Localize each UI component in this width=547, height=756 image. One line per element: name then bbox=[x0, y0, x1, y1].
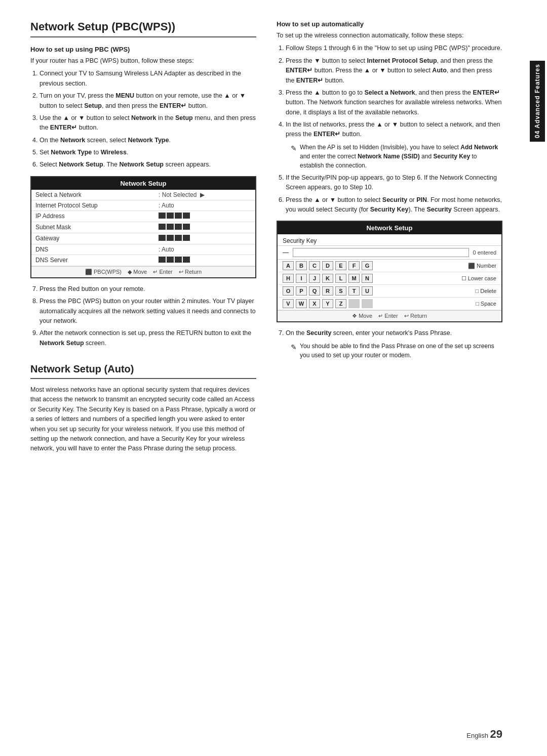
subsec1-intro: If your router has a PBC (WPS) button, f… bbox=[30, 56, 256, 66]
row-value bbox=[154, 233, 255, 244]
row-label: Subnet Mask bbox=[31, 222, 154, 233]
step-9: After the network connection is set up, … bbox=[40, 328, 256, 348]
security-dash: — bbox=[283, 249, 289, 256]
auto-steps-list: Follow Steps 1 through 6 in the "How to … bbox=[277, 44, 502, 215]
row-label: Internet Protocol Setup bbox=[31, 200, 154, 211]
key-K[interactable]: K bbox=[322, 274, 333, 283]
action-delete: □ Delete bbox=[476, 288, 496, 294]
security-box-footer: ❖ Move ↵ Enter ↩ Return bbox=[278, 310, 501, 321]
two-col-layout: Network Setup (PBC(WPS)) How to set up u… bbox=[30, 20, 502, 457]
keyboard-row-4: V W X Y Z □ Space bbox=[278, 298, 501, 310]
key-P[interactable]: P bbox=[296, 286, 307, 296]
key-I[interactable]: I bbox=[296, 274, 307, 283]
sidebar-tab-label: 04 Advanced Features bbox=[530, 61, 545, 142]
table-row: DNS : Auto bbox=[31, 244, 255, 255]
key-U[interactable]: U bbox=[362, 286, 373, 296]
key-O[interactable]: O bbox=[283, 286, 294, 296]
key-N[interactable]: N bbox=[362, 274, 373, 283]
step-3: Use the ▲ or ▼ button to select Network … bbox=[40, 113, 256, 133]
note2-icon: ✎ bbox=[291, 342, 297, 360]
auto-step-2: Press the ▼ button to select Internet Pr… bbox=[286, 56, 502, 86]
key-Y[interactable]: Y bbox=[322, 299, 333, 308]
table-row: Internet Protocol Setup : Auto bbox=[31, 200, 255, 211]
left-column: Network Setup (PBC(WPS)) How to set up u… bbox=[30, 20, 256, 457]
key-S[interactable]: S bbox=[335, 286, 346, 296]
step-6: Select Network Setup. The Network Setup … bbox=[40, 160, 256, 170]
row-value bbox=[154, 222, 255, 233]
keyboard-row-2: H I J K L M N ☐ Lower case bbox=[278, 272, 501, 285]
action-lowercase: ☐ Lower case bbox=[461, 275, 496, 282]
step-1: Connect your TV to Samsung Wireless LAN … bbox=[40, 69, 256, 89]
steps-list-cont: Press the Red button on your remote. Pre… bbox=[30, 284, 256, 348]
row-label: Gateway bbox=[31, 233, 154, 244]
key-R[interactable]: R bbox=[322, 286, 333, 296]
number-icon: ⬛ bbox=[468, 263, 475, 269]
page-number: 29 bbox=[490, 728, 502, 740]
security-input-count: 0 entered bbox=[473, 249, 496, 256]
key-W[interactable]: W bbox=[296, 299, 307, 308]
key-V[interactable]: V bbox=[283, 299, 294, 308]
steps-list: Connect your TV to Samsung Wireless LAN … bbox=[30, 69, 256, 170]
table-row: Subnet Mask bbox=[31, 222, 255, 233]
step-2: Turn on your TV, press the MENU button o… bbox=[40, 91, 256, 111]
table-row: Gateway bbox=[31, 233, 255, 244]
row-value: : Not Selected ▶ bbox=[154, 190, 255, 200]
key-M[interactable]: M bbox=[348, 274, 360, 283]
key-X[interactable]: X bbox=[309, 299, 320, 308]
note1-text: When the AP is set to Hidden (Invisible)… bbox=[300, 143, 502, 170]
key-F[interactable]: F bbox=[348, 261, 360, 270]
action-number: ⬛ Number bbox=[468, 263, 496, 269]
row-value: : Auto bbox=[154, 244, 255, 255]
main-content: Network Setup (PBC(WPS)) How to set up u… bbox=[0, 0, 528, 756]
key-B[interactable]: B bbox=[296, 261, 307, 270]
auto-subsec-title: How to set up automatically bbox=[277, 20, 502, 28]
auto-step-3: Press the ▲ button to go to Select a Net… bbox=[286, 88, 502, 117]
action-space: □ Space bbox=[476, 301, 496, 307]
key-T[interactable]: T bbox=[348, 286, 360, 296]
sidebar: 04 Advanced Features bbox=[528, 0, 547, 756]
note-icon: ✎ bbox=[291, 143, 297, 170]
step-8: Press the PBC (WPS) button on your route… bbox=[40, 297, 256, 326]
key-J[interactable]: J bbox=[309, 274, 320, 283]
keyboard-row-1: A B C D E F G ⬛ Number bbox=[278, 260, 501, 272]
security-box-title: Network Setup bbox=[278, 222, 501, 234]
security-box: Network Setup Security Key — 0 entered A… bbox=[277, 221, 502, 322]
auto-steps-cont: On the Security screen, enter your netwo… bbox=[277, 328, 502, 359]
network-box-title: Network Setup bbox=[31, 177, 255, 190]
table-row: DNS Server bbox=[31, 255, 255, 266]
auto-intro: To set up the wireless connection automa… bbox=[277, 31, 502, 40]
network-setup-box: Network Setup Select a Network : Not Sel… bbox=[30, 176, 256, 278]
key-A[interactable]: A bbox=[283, 261, 294, 270]
key-H[interactable]: H bbox=[283, 274, 294, 283]
keyboard-row-3: O P Q R S T U □ Delete bbox=[278, 285, 501, 298]
key-E[interactable]: E bbox=[335, 261, 346, 270]
lowercase-icon: ☐ bbox=[461, 275, 466, 282]
key-Q[interactable]: Q bbox=[309, 286, 320, 296]
key-L[interactable]: L bbox=[335, 274, 346, 283]
key-D[interactable]: D bbox=[322, 261, 333, 270]
row-label: DNS bbox=[31, 244, 154, 255]
key-blank1 bbox=[348, 299, 360, 308]
bottom-bar: English 29 bbox=[466, 728, 502, 741]
security-input-row: — 0 entered bbox=[278, 246, 501, 260]
step-5: Set Network Type to Wireless. bbox=[40, 148, 256, 157]
key-C[interactable]: C bbox=[309, 261, 320, 270]
auto-step-1: Follow Steps 1 through 6 in the "How to … bbox=[286, 44, 502, 53]
note1: ✎ When the AP is set to Hidden (Invisibl… bbox=[291, 143, 502, 170]
auto-step-5: If the Security/PIN pop-up appears, go t… bbox=[286, 173, 502, 193]
page: Network Setup (PBC(WPS)) How to set up u… bbox=[0, 0, 547, 756]
row-label: Select a Network bbox=[31, 190, 154, 200]
key-Z[interactable]: Z bbox=[335, 299, 346, 308]
note2-text: You should be able to find the Pass Phra… bbox=[300, 342, 502, 360]
row-label: DNS Server bbox=[31, 255, 154, 266]
key-G[interactable]: G bbox=[362, 261, 373, 270]
table-row: IP Address bbox=[31, 211, 255, 222]
section2-body: Most wireless networks have an optional … bbox=[30, 385, 256, 454]
security-key-label: Security Key bbox=[278, 234, 501, 246]
row-value bbox=[154, 255, 255, 266]
security-input-bar[interactable] bbox=[293, 248, 469, 257]
section2-heading: Network Setup (Auto) bbox=[30, 363, 256, 379]
row-value bbox=[154, 211, 255, 222]
step-7: Press the Red button on your remote. bbox=[40, 284, 256, 294]
row-label: IP Address bbox=[31, 211, 154, 222]
